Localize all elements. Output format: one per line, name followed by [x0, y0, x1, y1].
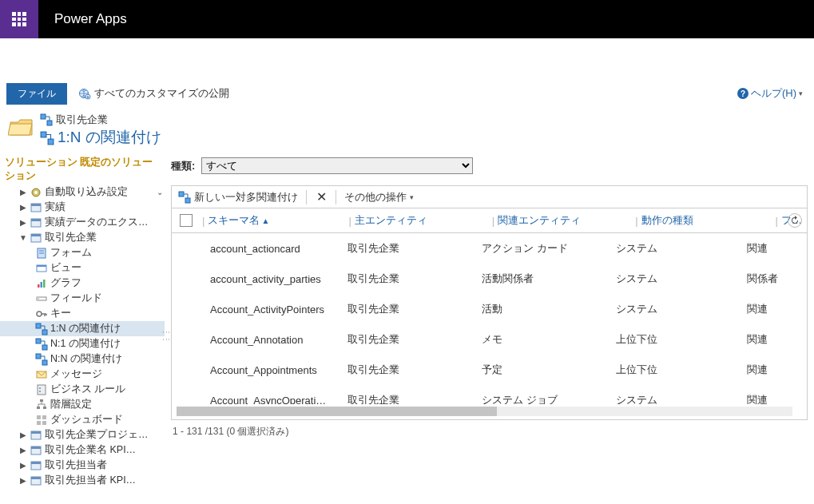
cell-behavior: システム	[616, 272, 747, 286]
svg-rect-32	[38, 385, 46, 395]
tree-label: 取引先企業名 KPI…	[45, 443, 136, 457]
table-row[interactable]: account_actioncard取引先企業アクション カードシステム関連	[172, 233, 807, 264]
tree-item[interactable]: メッセージ	[0, 367, 165, 382]
tree-item[interactable]: ▶取引先企業プロジェ…	[0, 427, 165, 442]
tree-caret[interactable]: ▶	[19, 218, 27, 227]
column-header-schema[interactable]: スキーマ名 ▲	[208, 213, 345, 228]
tree-caret[interactable]: ▶	[19, 461, 27, 470]
select-all-checkbox[interactable]	[180, 214, 193, 227]
table-row[interactable]: Account_Appointments取引先企業予定上位下位関連	[172, 355, 807, 385]
svg-rect-3	[47, 121, 52, 125]
more-actions-button[interactable]: その他の操作 ▾	[344, 190, 414, 204]
tree-label: グラフ	[50, 276, 81, 290]
filter-type-select[interactable]: すべて	[201, 157, 473, 174]
svg-rect-35	[40, 399, 43, 402]
cell-type: 関連	[747, 332, 802, 347]
tree-item[interactable]: N:1 の関連付け	[0, 336, 165, 351]
svg-rect-4	[41, 132, 46, 137]
tree-item[interactable]: キー	[0, 306, 165, 321]
svg-rect-41	[42, 421, 46, 425]
tree-item[interactable]: ▶取引先担当者	[0, 458, 165, 473]
msg-icon	[35, 368, 48, 381]
svg-point-34	[39, 391, 41, 392]
svg-rect-18	[37, 265, 46, 267]
svg-rect-47	[31, 462, 41, 464]
cell-schema: Account_Appointments	[210, 364, 347, 376]
dash-icon	[35, 414, 48, 427]
publish-customizations-button[interactable]: すべてのカスタマイズの公開	[78, 86, 229, 101]
delete-button[interactable]: ✕	[315, 189, 328, 204]
new-relationship-button[interactable]: 新しい一対多関連付け	[178, 190, 298, 204]
splitter-handle[interactable]: ⋮⋮	[162, 328, 171, 343]
rule-icon	[35, 383, 48, 396]
tree-item[interactable]: グラフ	[0, 276, 165, 291]
tree-item[interactable]: ▶自動取り込み設定⌄	[0, 185, 165, 200]
tree-item[interactable]: 階層設定	[0, 397, 165, 412]
chevron-down-icon[interactable]: ⌄	[157, 188, 163, 196]
tree-item[interactable]: ビュー	[0, 260, 165, 276]
tree-item[interactable]: ビジネス ルール	[0, 382, 165, 397]
file-tab[interactable]: ファイル	[6, 83, 67, 105]
svg-rect-21	[43, 280, 46, 288]
tree-label: フォーム	[50, 246, 92, 260]
relationship-icon	[40, 131, 53, 144]
tree-item[interactable]: ▶実績データのエクス…	[0, 215, 165, 230]
tree-caret[interactable]: ▶	[19, 476, 27, 485]
svg-rect-13	[31, 234, 41, 236]
horizontal-scrollbar[interactable]	[177, 407, 792, 416]
svg-rect-23	[37, 297, 39, 300]
tree-label: 1:N の関連付け	[50, 322, 121, 335]
tree-item[interactable]: ▶取引先企業名 KPI…	[0, 442, 165, 458]
tree-label: N:N の関連付け	[50, 352, 122, 366]
tree-caret[interactable]: ▼	[19, 233, 27, 242]
tree-item[interactable]: ▶取引先担当者 KPI…	[0, 473, 165, 488]
tree-label: 取引先担当者	[45, 458, 107, 472]
tree-item[interactable]: ▶実績	[0, 200, 165, 215]
tree-item[interactable]: フィールド	[0, 291, 165, 306]
svg-rect-36	[37, 407, 40, 409]
svg-rect-49	[31, 477, 41, 479]
rel-icon	[35, 338, 48, 351]
entity-name: 取引先企業	[56, 113, 108, 127]
table-row[interactable]: Account_AsyncOperati…取引先企業システム ジョブシステム関連	[172, 385, 807, 404]
tree-caret[interactable]: ▶	[19, 431, 27, 439]
table-row[interactable]: Account_ActivityPointers取引先企業活動システム関連	[172, 294, 807, 324]
cell-schema: Account_ActivityPointers	[210, 304, 347, 315]
app-launcher[interactable]	[0, 0, 38, 38]
svg-rect-29	[36, 354, 41, 359]
tree-caret[interactable]: ▶	[19, 446, 27, 454]
cell-primary: 取引先企業	[347, 332, 482, 347]
tree-label: ビジネス ルール	[50, 383, 125, 396]
tree-item[interactable]: ▼取引先企業	[0, 230, 165, 245]
status-text: 1 - 131 /131 (0 個選択済み)	[171, 420, 808, 443]
column-header-behavior[interactable]: 動作の種類	[641, 213, 772, 228]
help-link[interactable]: ? ヘルプ(H) ▾	[737, 86, 803, 101]
cell-related: 予定	[482, 363, 616, 377]
tree-caret[interactable]: ▶	[19, 203, 27, 212]
svg-rect-37	[43, 407, 46, 409]
svg-rect-27	[36, 339, 41, 343]
refresh-button[interactable]	[788, 213, 802, 228]
new-relationship-label: 新しい一対多関連付け	[194, 190, 298, 204]
tree-label: N:1 の関連付け	[50, 337, 121, 351]
chevron-down-icon: ▾	[799, 89, 803, 97]
cell-behavior: システム	[616, 393, 747, 404]
tree-item[interactable]: フォーム	[0, 245, 165, 260]
svg-rect-28	[42, 345, 47, 350]
cell-type: 関係者	[747, 272, 802, 286]
tree-caret[interactable]: ▶	[19, 188, 27, 196]
tree-item[interactable]: ダッシュボード	[0, 412, 165, 427]
tree-item[interactable]: N:N の関連付け	[0, 351, 165, 367]
table-row[interactable]: Account_Annotation取引先企業メモ上位下位関連	[172, 324, 807, 355]
sort-asc-icon: ▲	[261, 216, 269, 225]
svg-rect-20	[41, 282, 43, 288]
help-icon: ?	[737, 88, 748, 99]
publish-icon	[78, 87, 91, 100]
column-header-related[interactable]: 関連エンティティ	[498, 213, 632, 228]
tree-item[interactable]: 1:N の関連付け	[0, 321, 165, 336]
table-row[interactable]: account_activity_parties取引先企業活動関係者システム関係…	[172, 264, 807, 294]
field-icon	[35, 292, 48, 305]
column-header-primary[interactable]: 主エンティティ	[355, 213, 489, 228]
cell-behavior: システム	[616, 302, 747, 316]
svg-point-33	[39, 387, 41, 389]
